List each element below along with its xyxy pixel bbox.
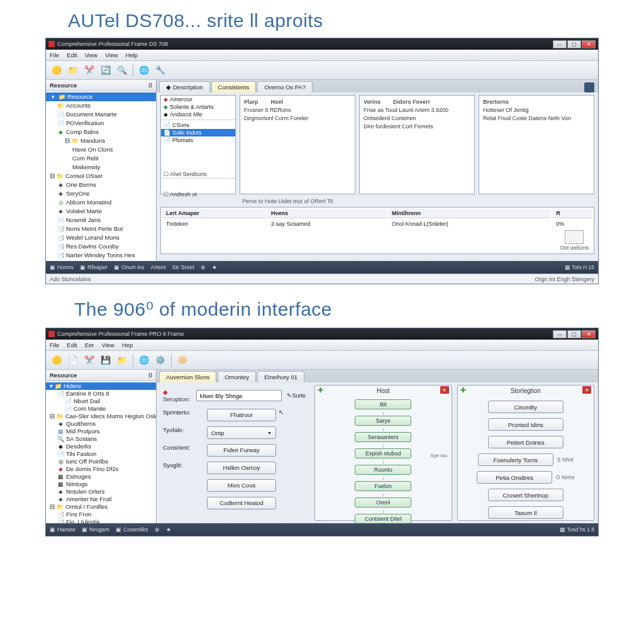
col-header[interactable]: Lert Amaper bbox=[162, 209, 266, 218]
nav-button[interactable]: Foenulerty Torns bbox=[478, 453, 553, 466]
tree-item[interactable]: ◈Volskel Marte bbox=[46, 207, 156, 216]
tab-eineihory[interactable]: Eineihory 01 bbox=[257, 371, 304, 382]
tree-root[interactable]: ▾📁Resource bbox=[46, 92, 156, 101]
tree-item[interactable]: ◈Ameriter Ne Frotl bbox=[46, 496, 156, 503]
tab-consistents[interactable]: Consistents bbox=[211, 81, 257, 92]
nav-button[interactable]: Petia Onsltres bbox=[477, 471, 552, 484]
tree-item[interactable]: 📑Wedel Lorand Mons bbox=[46, 233, 156, 242]
tree-item[interactable]: 📄Tils Fastion bbox=[46, 450, 156, 458]
col-header[interactable]: R bbox=[552, 209, 592, 218]
tree-item[interactable]: Com Relit bbox=[46, 154, 156, 163]
nav-button[interactable]: Tasum Il bbox=[488, 506, 564, 519]
status-item[interactable]: ▣ Rfeaper bbox=[80, 264, 108, 270]
tree-item[interactable]: ◎Abborn Monatind bbox=[46, 198, 156, 207]
tree-item[interactable]: 📄Document Mariarte bbox=[46, 110, 156, 119]
tree-item[interactable]: ◈Quottherns bbox=[46, 420, 156, 428]
list-item[interactable]: ◆Solante & Antarts bbox=[161, 103, 235, 111]
close-button[interactable]: ✕ bbox=[582, 330, 596, 338]
flow-node[interactable]: Fuelon bbox=[355, 481, 411, 491]
tab-gear-icon[interactable] bbox=[584, 82, 594, 92]
tree-item[interactable]: 📄POVerification bbox=[46, 119, 156, 128]
status-item[interactable]: ▣ Hamee bbox=[50, 526, 75, 533]
tab-description[interactable]: ◆Description bbox=[159, 81, 210, 92]
btn-fhatrour[interactable]: Fhatrour bbox=[207, 409, 276, 421]
tree-item[interactable]: ⊟📁Consol OSser bbox=[46, 172, 156, 180]
list-item[interactable]: 📄Pfomats bbox=[161, 136, 235, 144]
surte-button[interactable]: ✎Surte bbox=[287, 392, 306, 399]
tree-item[interactable]: ◆Comp Balns bbox=[46, 128, 156, 136]
list-item[interactable]: 📄CSons bbox=[161, 121, 235, 129]
flow-node[interactable]: Orenl bbox=[355, 497, 411, 508]
sidebar-tab[interactable]: Resource ⟨⟩ bbox=[46, 80, 156, 91]
tool-folder-icon[interactable]: 📁 bbox=[115, 353, 129, 367]
tree-item[interactable]: 📄Nosenit Jans bbox=[46, 216, 156, 225]
nav-button[interactable]: Crosert Shertnop bbox=[488, 489, 564, 501]
btn-codternt[interactable]: Codternt Heatod bbox=[207, 497, 276, 509]
tool-new-icon[interactable]: 🟡 bbox=[50, 353, 64, 367]
tree-item[interactable]: 📑Nons Meint Perte Bot bbox=[46, 225, 156, 233]
nav-button[interactable]: Cinonilty bbox=[488, 401, 564, 413]
tree-item[interactable]: ▦Mid Protpors bbox=[46, 428, 156, 435]
tab-ornontey[interactable]: Ornontey bbox=[218, 371, 256, 382]
flow-node[interactable]: Roonto bbox=[355, 465, 411, 475]
titlebar[interactable]: Comprehensive Professional Frame PRO 8 F… bbox=[46, 328, 598, 340]
tree-item[interactable]: Miskensity bbox=[46, 163, 156, 172]
close-icon[interactable]: ✕ bbox=[440, 386, 449, 394]
menu-view[interactable]: View bbox=[85, 52, 97, 58]
btn-fideri[interactable]: Fideri Furway bbox=[207, 444, 276, 457]
menu-edit[interactable]: Edit bbox=[67, 341, 77, 348]
menu-view[interactable]: View bbox=[101, 341, 114, 348]
tab-auvernion[interactable]: Auvernion Slons bbox=[159, 371, 216, 382]
tool-globe-icon[interactable]: 🌐 bbox=[137, 353, 151, 367]
tool-refresh-icon[interactable]: 🔄 bbox=[99, 64, 113, 77]
status-icon[interactable]: ⊕ bbox=[201, 264, 206, 270]
list-item-selected[interactable]: 📄Solic Indots bbox=[161, 129, 235, 136]
menu-file[interactable]: File bbox=[50, 52, 59, 58]
tool-open-icon[interactable]: 📁 bbox=[66, 64, 80, 77]
sidebar-tab[interactable]: Resource ⟨⟩ bbox=[46, 370, 156, 381]
status-item[interactable]: ▣ Honns bbox=[50, 264, 74, 270]
table-row[interactable]: Treteken 2-say Sosamed Onol Knnad L(Snle… bbox=[162, 219, 592, 228]
flow-node[interactable]: Contsient Ditel bbox=[355, 514, 411, 523]
minimize-button[interactable]: — bbox=[553, 40, 567, 48]
tree-item[interactable]: ◈SeryOne bbox=[46, 189, 156, 198]
nav-button[interactable]: Pronted Idins bbox=[488, 418, 564, 431]
menu-edit[interactable]: Edit bbox=[67, 52, 77, 58]
tree-item[interactable]: 📑Fins Fron bbox=[46, 511, 156, 518]
seroption-input[interactable] bbox=[196, 390, 282, 401]
menu-file[interactable]: File bbox=[50, 341, 59, 348]
tool-search-icon[interactable]: 🔍 bbox=[115, 64, 129, 77]
close-button[interactable]: ✕ bbox=[582, 40, 596, 48]
tree-item[interactable]: ◈One Berms bbox=[46, 180, 156, 189]
tree-item[interactable]: ▦Estnoges bbox=[46, 473, 156, 480]
maximize-button[interactable]: ▢ bbox=[567, 330, 581, 338]
maximize-button[interactable]: ▢ bbox=[567, 40, 581, 48]
flow-node[interactable]: Sarye bbox=[355, 416, 411, 426]
tree-item[interactable]: ◆De domis Fino Df2s bbox=[46, 465, 156, 473]
col-header[interactable]: Mintihrenn bbox=[388, 209, 551, 218]
status-item[interactable]: Str Sreet bbox=[172, 264, 195, 270]
tree-item[interactable]: ▦Niintogs bbox=[46, 480, 156, 488]
tree-item[interactable]: 📄Nbort Dail bbox=[46, 397, 156, 405]
flow-node[interactable]: Serasanters bbox=[355, 432, 411, 442]
list-item[interactable]: ◆Andsicot Mle bbox=[161, 111, 235, 118]
tree-item[interactable]: 📑Res Davins Cousby bbox=[46, 242, 156, 251]
menu-view2[interactable]: View bbox=[105, 52, 118, 58]
plus-icon[interactable]: ✚ bbox=[318, 386, 323, 394]
plus-icon[interactable]: ✚ bbox=[460, 386, 466, 394]
tool-doc-icon[interactable]: 📄 bbox=[66, 353, 80, 367]
menu-help[interactable]: Help bbox=[126, 52, 138, 58]
menu-eer[interactable]: Eer bbox=[85, 341, 94, 348]
tab-overno[interactable]: Overno Os PA? bbox=[257, 81, 313, 92]
tool-save-icon[interactable]: 💾 bbox=[99, 353, 113, 367]
tree-item[interactable]: ◎turic Off Poirilbs bbox=[46, 458, 156, 465]
col-header[interactable]: Hvens bbox=[267, 209, 387, 218]
tree-item[interactable]: 📄Com Manite bbox=[46, 405, 156, 413]
tree-item[interactable]: 📑Narter Winsley Torins Hes bbox=[46, 251, 156, 260]
tree-item[interactable]: ◆Desderks bbox=[46, 443, 156, 450]
tool-cut-icon[interactable]: ✂️ bbox=[82, 64, 96, 77]
action-icon[interactable] bbox=[565, 230, 584, 244]
close-icon[interactable]: ✕ bbox=[582, 386, 591, 394]
tool-gear-icon[interactable]: ⚙️ bbox=[153, 353, 167, 367]
flow-node[interactable]: Expish stubod bbox=[355, 448, 411, 458]
